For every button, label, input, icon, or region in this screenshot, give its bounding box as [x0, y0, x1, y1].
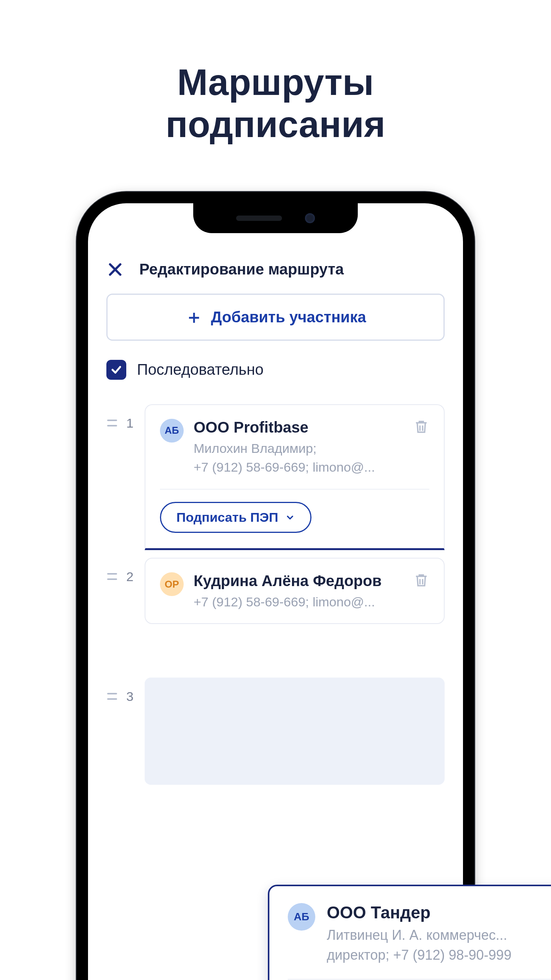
route-row: 3: [106, 674, 445, 789]
plus-icon: ＋: [185, 312, 203, 322]
participant-card-dragged[interactable]: АБ ООО Тандер Литвинец И. А. коммерчес..…: [268, 885, 551, 980]
route-list: 1 АБ OOO Profitbase Милохин Владимир; +7…: [106, 391, 445, 789]
close-icon[interactable]: [106, 261, 124, 278]
sign-method-button[interactable]: Подписать ПЭП: [160, 502, 311, 533]
participant-placeholder: [145, 678, 445, 785]
avatar: ОР: [160, 572, 184, 596]
participant-details: +7 (912) 58-69-669; limono@...: [194, 590, 403, 611]
sequential-checkbox[interactable]: [106, 360, 126, 380]
avatar: АБ: [288, 903, 315, 931]
add-participant-button[interactable]: ＋ Добавить участника: [106, 294, 445, 341]
chevron-down-icon: [285, 513, 295, 523]
drag-handle-icon[interactable]: [106, 678, 118, 700]
avatar: АБ: [160, 419, 184, 443]
headline-line-1: Маршруты: [177, 62, 374, 103]
route-row: 2 ОР Кудрина Алёна Федоров +7 (912) 58-6…: [106, 554, 445, 627]
delete-icon[interactable]: [413, 572, 429, 588]
route-index: 1: [126, 404, 136, 431]
add-participant-label: Добавить участника: [211, 309, 366, 326]
sequential-label: Последовательно: [137, 361, 264, 378]
screen-title: Редактирование маршрута: [139, 261, 344, 278]
participant-card: АБ OOO Profitbase Милохин Владимир; +7 (…: [145, 404, 445, 550]
drag-handle-icon[interactable]: [106, 404, 118, 426]
participant-details: Милохин Владимир; +7 (912) 58-69-669; li…: [194, 436, 403, 477]
participant-details: Литвинец И. А. коммерчес... директор; +7…: [327, 922, 551, 965]
participant-card: ОР Кудрина Алёна Федоров +7 (912) 58-69-…: [145, 558, 445, 624]
participant-title: OOO Profitbase: [194, 419, 403, 436]
phone-notch: [193, 203, 358, 233]
phone-frame: Редактирование маршрута ＋ Добавить участ…: [77, 192, 474, 980]
participant-title: ООО Тандер: [327, 903, 551, 922]
participant-title: Кудрина Алёна Федоров: [194, 572, 403, 590]
page-headline: Маршруты подписания: [0, 0, 551, 192]
route-row: 1 АБ OOO Profitbase Милохин Владимир; +7…: [106, 400, 445, 554]
route-index: 2: [126, 558, 136, 584]
route-index: 3: [126, 678, 136, 704]
headline-line-2: подписания: [166, 104, 385, 145]
delete-icon[interactable]: [413, 419, 429, 435]
drag-handle-icon[interactable]: [106, 558, 118, 580]
sign-method-label: Подписать ПЭП: [176, 510, 278, 525]
